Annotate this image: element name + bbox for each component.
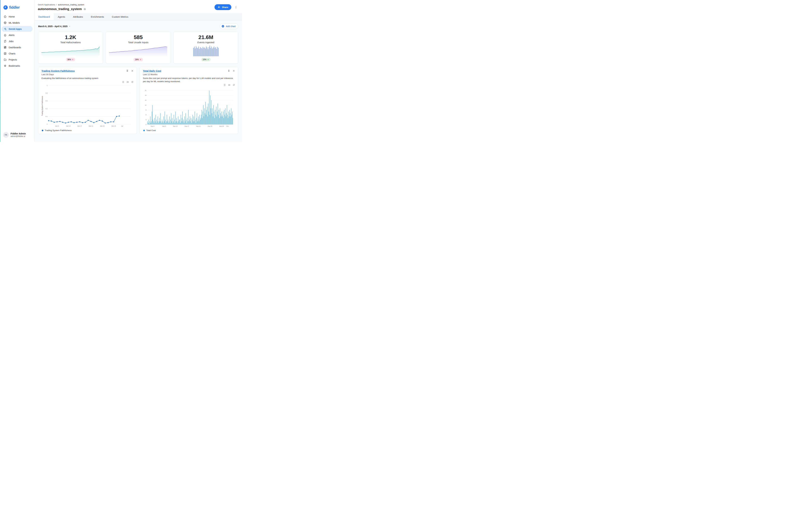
dashboards-icon <box>4 46 7 49</box>
sidebar-item-home[interactable]: Home <box>2 14 33 20</box>
svg-text:Sep 29: Sep 29 <box>219 125 224 127</box>
sync-icon <box>4 40 7 43</box>
svg-text:0.6: 0.6 <box>45 100 47 102</box>
kpi-card-total-unsafe-inputs: 585 Total Unsafe Inputs 28% <box>106 32 171 64</box>
svg-text:18: 18 <box>145 95 146 96</box>
sidebar-item-label: Dashboards <box>9 46 21 49</box>
share-button[interactable]: Share <box>215 4 231 10</box>
legend-dot <box>42 130 43 131</box>
crop-landscape-icon[interactable] <box>126 81 129 83</box>
main-area: GenAI Applications / autonomous_trading_… <box>34 0 242 142</box>
svg-text:0.8: 0.8 <box>45 92 47 94</box>
chart-description: Sums the cost per prompt and response to… <box>143 77 235 83</box>
kpi-card-total-hallucinations: 1.2K Total Hallucinations 36% <box>38 32 103 64</box>
kpi-sparkline-hallucinations <box>41 45 100 56</box>
sidebar-item-label: Charts <box>9 52 16 55</box>
crop-portrait-icon[interactable] <box>223 84 226 86</box>
chart-card-total-daily-cost: Total Daily Cost Last 12 Months Sums the… <box>140 67 238 134</box>
svg-text:0.4: 0.4 <box>45 108 47 110</box>
dashboard-content: March 6, 2025 - April 4, 2025 Add chart … <box>34 20 242 142</box>
refresh-icon[interactable] <box>233 84 235 86</box>
legend-label: Trading System Faithfulness <box>45 129 72 132</box>
sidebar-item-label: Alerts <box>9 34 15 36</box>
date-range-selector[interactable]: March 6, 2025 - April 4, 2025 <box>38 25 71 27</box>
kpi-label: Events Ingested <box>197 41 215 44</box>
sidebar-item-bookmarks[interactable]: Bookmarks <box>2 63 33 69</box>
chevron-down-icon <box>69 25 71 27</box>
svg-text:0: 0 <box>145 124 146 125</box>
kpi-label: Total Hallucinations <box>60 41 81 44</box>
svg-text:Mar 25: Mar 25 <box>100 125 104 127</box>
sidebar-nav: Home ML Models GenAI Apps Alerts Jobs Da… <box>0 14 34 69</box>
kpi-value: 585 <box>134 34 143 40</box>
kpi-delta-value: 36% <box>67 58 71 61</box>
svg-text:Sep 13: Sep 13 <box>173 125 178 127</box>
svg-text:12: 12 <box>145 104 146 106</box>
sidebar-item-label: Bookmarks <box>9 65 20 67</box>
legend-label: Total Cost <box>146 129 156 132</box>
kpi-delta-value: 15% <box>203 58 206 61</box>
sidebar-item-projects[interactable]: Projects <box>2 57 33 63</box>
tab-enrichments[interactable]: Enrichments <box>87 14 108 20</box>
kebab-menu-icon[interactable] <box>234 5 238 9</box>
svg-text:Mar 17: Mar 17 <box>78 125 82 127</box>
svg-text:Sep 25: Sep 25 <box>208 125 212 127</box>
plus-circle-icon <box>221 25 224 28</box>
tab-dashboard[interactable]: Dashboard <box>34 14 54 20</box>
tab-custom-metrics[interactable]: Custom Metrics <box>108 14 132 20</box>
share-label: Share <box>222 6 228 8</box>
svg-text:Sep 5: Sep 5 <box>151 125 155 127</box>
sidebar-user[interactable]: FA Fiddler Admin admin@fiddler.ai <box>0 130 34 142</box>
sidebar-item-jobs[interactable]: Jobs <box>2 38 33 44</box>
fiddler-logo-icon <box>3 5 8 9</box>
crop-portrait-icon[interactable] <box>122 81 124 83</box>
tab-agents[interactable]: Agents <box>54 14 69 20</box>
drag-handle-icon[interactable] <box>126 70 129 72</box>
kpi-value: 1.2K <box>65 34 76 40</box>
sidebar-item-charts[interactable]: Charts <box>2 51 33 56</box>
sidebar-item-genai-apps[interactable]: GenAI Apps <box>2 26 33 32</box>
crop-landscape-icon[interactable] <box>228 84 231 86</box>
favorite-star-icon[interactable] <box>83 8 86 11</box>
fiddler-logo[interactable]: fiddler <box>0 0 34 14</box>
sidebar-item-dashboards[interactable]: Dashboards <box>2 44 33 50</box>
legend-dot <box>143 130 145 131</box>
svg-text:Sep 21: Sep 21 <box>196 125 201 127</box>
svg-text:6: 6 <box>145 114 146 116</box>
refresh-icon[interactable] <box>131 81 134 83</box>
breadcrumb-parent[interactable]: GenAI Applications <box>38 3 55 6</box>
svg-text:Mar 29: Mar 29 <box>112 125 116 127</box>
sidebar-item-label: Projects <box>9 58 17 61</box>
add-chart-button[interactable]: Add chart <box>220 23 238 29</box>
chart-title-link[interactable]: Trading System Faithfulness <box>41 70 75 72</box>
kpi-delta-badge: 36% <box>66 58 75 61</box>
sidebar-item-label: Home <box>9 16 15 18</box>
chart-subtitle: Last 30 Days <box>41 73 134 76</box>
svg-text:Sep 9: Sep 9 <box>162 125 166 127</box>
avatar: FA <box>3 132 9 138</box>
app-window: fiddler Home ML Models GenAI Apps Alerts <box>0 0 242 142</box>
close-icon[interactable] <box>131 70 134 72</box>
chart-legend: Total Cost <box>143 128 235 132</box>
sidebar-item-ml-models[interactable]: ML Models <box>2 20 33 26</box>
sidebar-item-alerts[interactable]: Alerts <box>2 32 33 38</box>
svg-text:0.2: 0.2 <box>45 116 47 117</box>
kpi-sparkline-events-ingested <box>193 45 219 56</box>
close-icon[interactable] <box>233 70 235 72</box>
kpi-delta-value: 28% <box>135 58 139 61</box>
kpi-sparkline-unsafe-inputs <box>109 45 167 56</box>
charts-icon <box>4 52 7 55</box>
home-icon <box>4 15 7 18</box>
drag-handle-icon[interactable] <box>228 70 230 72</box>
chart-subtitle: Last 12 Months <box>143 73 235 76</box>
sidebar-item-label: GenAI Apps <box>9 28 22 30</box>
svg-text:0: 0 <box>47 123 47 125</box>
y-axis-label: Trading System Faithfulness <box>41 96 43 116</box>
svg-text:3: 3 <box>145 119 146 120</box>
user-name: Fiddler Admin <box>11 132 26 135</box>
tab-attributes[interactable]: Attributes <box>69 14 87 20</box>
share-people-icon <box>218 6 220 9</box>
chart-title-link[interactable]: Total Daily Cost <box>143 70 161 72</box>
svg-text:1: 1 <box>47 85 47 86</box>
breadcrumb-separator: / <box>56 3 57 6</box>
